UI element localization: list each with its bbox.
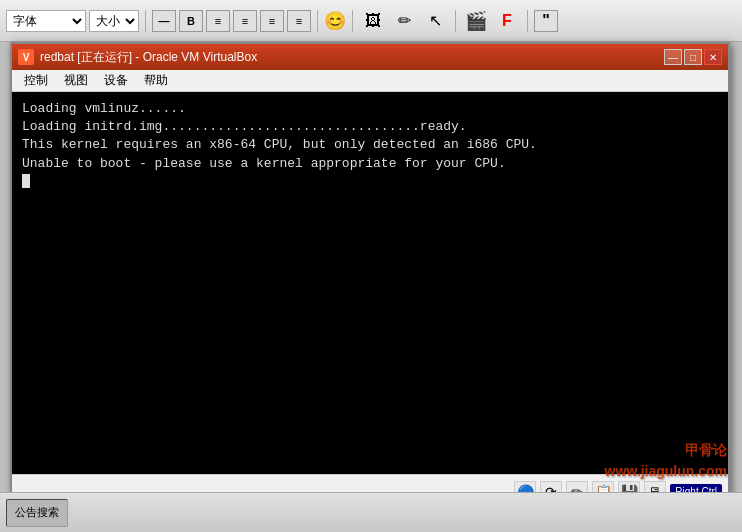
taskbar-item-label: 公告搜索 — [15, 505, 59, 520]
align-right-btn[interactable]: ≡ — [260, 10, 284, 32]
toolbar-separator-5 — [527, 10, 528, 32]
terminal-line-1: Loading vmlinuz...... — [22, 100, 718, 118]
minimize-btn[interactable]: — — [664, 49, 682, 65]
quote-btn[interactable]: " — [534, 10, 558, 32]
top-toolbar: 字体 大小 — B ≡ ≡ ≡ ≡ 😊 🖼 ✏ ↖ 🎬 F " — [0, 0, 742, 42]
terminal-output[interactable]: Loading vmlinuz...... Loading initrd.img… — [12, 92, 728, 474]
toolbar-separator-4 — [455, 10, 456, 32]
size-select[interactable]: 大小 — [89, 10, 139, 32]
vbox-menubar: 控制 视图 设备 帮助 — [12, 70, 728, 92]
cursor-icon[interactable]: ↖ — [421, 8, 449, 34]
terminal-line-2: Loading initrd.img......................… — [22, 118, 718, 136]
emoji-icon: 😊 — [324, 10, 346, 32]
vbox-titlebar: V redbat [正在运行] - Oracle VM VirtualBox —… — [12, 44, 728, 70]
minus-btn[interactable]: — — [152, 10, 176, 32]
watermark-line2: www.jiagulun.com — [605, 461, 727, 482]
toolbar-separator-2 — [317, 10, 318, 32]
video-icon[interactable]: 🎬 — [462, 8, 490, 34]
vbox-app-icon: V — [18, 49, 34, 65]
font-select[interactable]: 字体 — [6, 10, 86, 32]
cursor-block — [22, 174, 30, 188]
menu-help[interactable]: 帮助 — [136, 70, 176, 91]
bold-btn[interactable]: B — [179, 10, 203, 32]
taskbar: 公告搜索 — [0, 492, 742, 532]
terminal-line-4: Unable to boot - please use a kernel app… — [22, 155, 718, 173]
toolbar-separator-1 — [145, 10, 146, 32]
vbox-title: redbat [正在运行] - Oracle VM VirtualBox — [40, 49, 664, 66]
menu-view[interactable]: 视图 — [56, 70, 96, 91]
toolbar-separator-3 — [352, 10, 353, 32]
terminal-line-3: This kernel requires an x86-64 CPU, but … — [22, 136, 718, 154]
close-btn[interactable]: ✕ — [704, 49, 722, 65]
menu-control[interactable]: 控制 — [16, 70, 56, 91]
menu-devices[interactable]: 设备 — [96, 70, 136, 91]
align-left-btn[interactable]: ≡ — [206, 10, 230, 32]
image-icon[interactable]: 🖼 — [359, 8, 387, 34]
flash-icon[interactable]: F — [493, 8, 521, 34]
terminal-cursor-line — [22, 173, 718, 191]
align-center-btn[interactable]: ≡ — [233, 10, 257, 32]
align-justify-btn[interactable]: ≡ — [287, 10, 311, 32]
watermark: 甲骨论 www.jiagulun.com — [605, 440, 727, 482]
maximize-btn[interactable]: □ — [684, 49, 702, 65]
taskbar-item-search[interactable]: 公告搜索 — [6, 499, 68, 527]
watermark-line1: 甲骨论 — [605, 440, 727, 461]
edit-icon[interactable]: ✏ — [390, 8, 418, 34]
window-controls: — □ ✕ — [664, 49, 722, 65]
